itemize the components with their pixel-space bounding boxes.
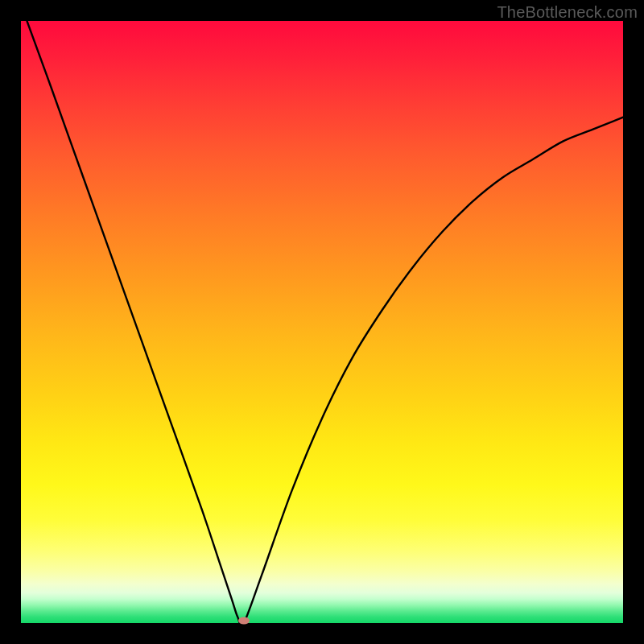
optimal-point-marker bbox=[238, 617, 250, 625]
plot-area bbox=[21, 21, 623, 623]
watermark-text: TheBottleneck.com bbox=[497, 3, 638, 22]
bottleneck-curve bbox=[21, 21, 623, 623]
